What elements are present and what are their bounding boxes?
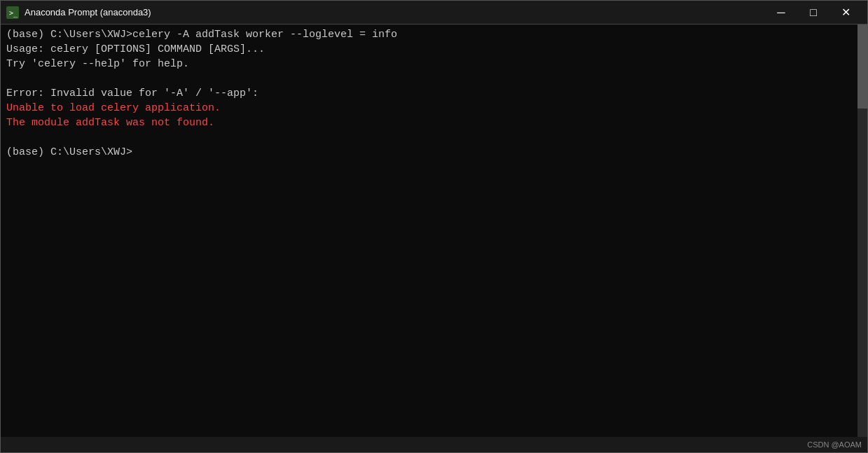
window-title: Anaconda Prompt (anaconda3) (25, 7, 151, 18)
terminal-line-error-header: Error: Invalid value for '-A' / '--app': (6, 86, 862, 101)
close-button[interactable]: ✕ (829, 1, 862, 25)
app-icon: >_ (6, 6, 19, 19)
terminal-prompt: (base) C:\Users\XWJ> (6, 145, 862, 160)
minimize-button[interactable]: ─ (765, 1, 797, 25)
terminal-line (6, 71, 862, 86)
terminal-body[interactable]: (base) C:\Users\XWJ>celery -A addTask wo… (1, 25, 867, 437)
csdn-watermark: CSDN @AOAM (807, 440, 862, 449)
terminal-line-error-2: The module addTask was not found. (6, 116, 862, 130)
bottom-bar: CSDN @AOAM (1, 437, 867, 452)
scrollbar-track[interactable] (857, 25, 867, 437)
terminal-line: Usage: celery [OPTIONS] COMMAND [ARGS]..… (6, 42, 862, 57)
terminal-line: Try 'celery --help' for help. (6, 57, 862, 71)
scrollbar-thumb[interactable] (857, 25, 867, 109)
svg-text:>_: >_ (9, 9, 18, 18)
title-bar: >_ Anaconda Prompt (anaconda3) ─ □ ✕ (1, 1, 867, 25)
title-bar-controls: ─ □ ✕ (765, 1, 862, 25)
terminal-line: (base) C:\Users\XWJ>celery -A addTask wo… (6, 27, 862, 42)
title-bar-left: >_ Anaconda Prompt (anaconda3) (6, 6, 151, 19)
terminal-output: (base) C:\Users\XWJ>celery -A addTask wo… (6, 27, 862, 160)
maximize-button[interactable]: □ (797, 1, 829, 25)
anaconda-prompt-window: >_ Anaconda Prompt (anaconda3) ─ □ ✕ (ba… (0, 0, 868, 453)
terminal-line (6, 130, 862, 145)
terminal-line-error-1: Unable to load celery application. (6, 101, 862, 116)
